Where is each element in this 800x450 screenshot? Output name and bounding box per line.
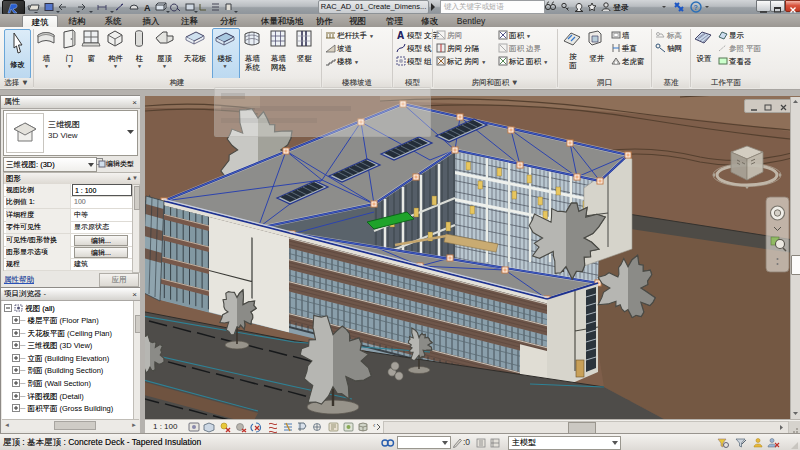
svg-text:A: A <box>397 30 404 40</box>
svg-text:A: A <box>144 3 151 13</box>
svg-text:登录: 登录 <box>613 3 629 12</box>
svg-text:?: ? <box>694 4 698 11</box>
